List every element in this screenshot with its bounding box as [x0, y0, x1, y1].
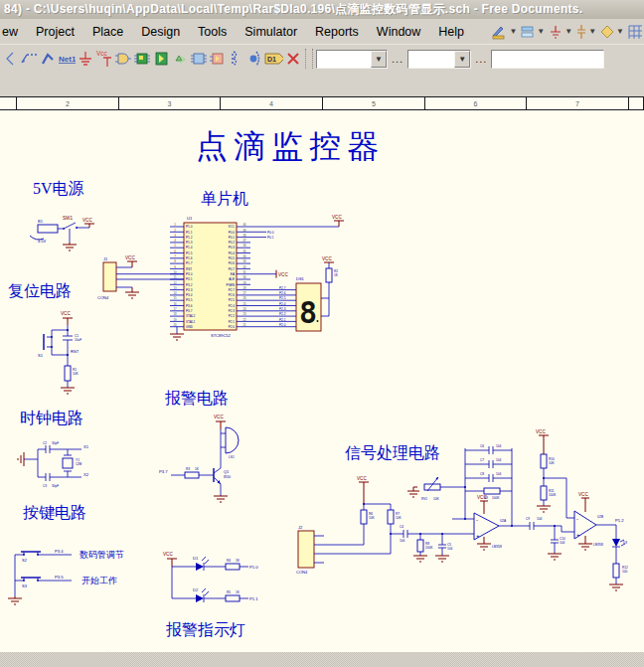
mcu-pin-number: 25 [242, 302, 246, 306]
mcu-pin-label: XTAL1 [186, 320, 196, 324]
svg-text:1K: 1K [195, 467, 200, 471]
menu-item-ew[interactable]: ew [0, 23, 27, 41]
mcu-pin-number: 40 [242, 223, 246, 227]
browse-button-2[interactable]: ... [471, 53, 491, 65]
menu-item-simulator[interactable]: Simulator [236, 23, 306, 41]
mcu-pin-label: P3.0 [186, 272, 193, 276]
key-circuit[interactable]: S2 P3.4 数码管调节 S3 P3.5 开始工作 [8, 549, 124, 604]
svg-text:100: 100 [622, 570, 628, 574]
wiring-tools-dropdown-button[interactable]: ▼ [489, 21, 518, 43]
mcu-pin-number: 24 [242, 307, 246, 311]
mcu-pin-label: P1.0 [186, 225, 193, 229]
mcu-pin-number: 35 [242, 250, 246, 253]
mcu-pin-label: P1.5 [186, 251, 193, 255]
combo-box-1[interactable]: ▼ [316, 50, 388, 69]
mcu-pin-label: GND [186, 325, 194, 329]
svg-text:VCC: VCC [125, 255, 135, 260]
clipped-tool-button[interactable] [0, 49, 19, 69]
place-gate-button[interactable] [113, 49, 132, 69]
mcu-pin-label: P0.1 [229, 236, 236, 240]
section-label-signal[interactable]: 信号处理电路 [345, 444, 440, 461]
mcu-pin-number: 14 [173, 291, 177, 295]
mcu-pin-label: PSEN [227, 283, 235, 287]
svg-text:4.5V: 4.5V [38, 239, 47, 244]
red-x-icon [285, 51, 301, 67]
seven-segment-display[interactable]: P2.7P2.6P2.5P2.4P2.3P2.2P2.1P2.0 DS1 8 R… [250, 256, 339, 331]
section-label-clock[interactable]: 时钟电路 [20, 410, 83, 426]
svg-text:30pF: 30pF [52, 441, 59, 445]
brace-tool-button[interactable] [227, 49, 245, 69]
svg-text:-: - [476, 517, 478, 523]
section-label-reset[interactable]: 复位电路 [8, 282, 72, 299]
combo-box-2[interactable]: ▼ [407, 50, 471, 69]
recycle-tool-button[interactable] [170, 49, 189, 69]
svg-text:100K: 100K [492, 496, 500, 500]
combo-1-arrow[interactable]: ▼ [371, 51, 387, 68]
svg-text:B1: B1 [38, 219, 44, 224]
menu-item-project[interactable]: Project [27, 23, 83, 41]
ruler-cell: 5 [323, 97, 425, 109]
d1-tag-button[interactable]: D1 [264, 49, 283, 69]
mcu-pin-number: 34 [242, 254, 246, 258]
d1-tag-icon: D1 [264, 52, 283, 66]
place-vcc-port-button[interactable]: Vcc [94, 49, 113, 69]
section-label-alarm[interactable]: 报警电路 [165, 390, 229, 407]
mcu-pin-label: P0.4 [229, 251, 236, 255]
alarm-circuit[interactable]: VCC LS1 Q1 8550 R3 1K P3.7 [159, 415, 239, 502]
net-label-icon: Net1 [57, 51, 76, 67]
svg-text:12M: 12M [76, 462, 82, 466]
svg-text:P3.7: P3.7 [159, 469, 168, 474]
menu-item-window[interactable]: Window [368, 23, 429, 41]
ruler-cell: 4 [221, 97, 323, 109]
led-indicator-circuit[interactable]: VCC D1 R4 1K P1.0 D2 R5 1K P1.1 [163, 552, 258, 602]
svg-text:104: 104 [560, 541, 565, 545]
reset-circuit[interactable]: VCC S1 C1 10uF RST R1 10K [38, 311, 81, 394]
svg-text:104: 104 [496, 444, 502, 448]
section-label-power[interactable]: 5V电源 [33, 180, 84, 197]
place-wire-button[interactable] [19, 49, 38, 69]
delete-tool-button[interactable] [283, 49, 302, 69]
svg-text:104: 104 [447, 547, 453, 551]
menu-item-tools[interactable]: Tools [189, 23, 236, 41]
bus-tools-dropdown-button[interactable]: ▼ [519, 21, 546, 43]
dropdown-arrow-icon: ▼ [588, 27, 596, 36]
schematic-sheet[interactable]: 点滴监控器 5V电源 单片机 复位电路 时钟电路 按键电路 报警电路 信号处理电… [0, 110, 644, 652]
menu-item-help[interactable]: Help [429, 23, 473, 41]
place-gnd-port-button[interactable] [76, 49, 94, 69]
vcc-port-icon: Vcc [94, 49, 113, 69]
mcu-pin-number: 11 [174, 275, 177, 279]
grid-button[interactable] [626, 21, 644, 43]
browse-button-1[interactable]: ... [388, 53, 407, 65]
power-circuit[interactable]: B1 4.5V SW1 VCC [30, 216, 94, 250]
part-dropdown-button[interactable]: ▼ [574, 21, 597, 43]
place-bus-button[interactable] [38, 49, 57, 69]
schematic-canvas[interactable]: 点滴监控器 5V电源 单片机 复位电路 时钟电路 按键电路 报警电路 信号处理电… [0, 110, 644, 652]
place-part-button[interactable] [132, 49, 151, 69]
combo-box-3[interactable] [491, 50, 604, 69]
toolbar-grip[interactable] [305, 49, 313, 69]
menu-item-reports[interactable]: Reports [306, 23, 368, 41]
power-connector[interactable]: J1 CON4 VCC [97, 255, 184, 300]
orange-part-button[interactable] [208, 49, 227, 69]
svg-text:D1: D1 [267, 56, 276, 63]
dot-brace-tool-button[interactable] [245, 49, 264, 69]
section-label-led[interactable]: 报警指示灯 [166, 621, 245, 638]
place-part-alt-button[interactable] [151, 49, 170, 69]
mcu-pin-number: 33 [242, 259, 246, 263]
menu-item-design[interactable]: Design [132, 23, 189, 41]
blue-part-button[interactable] [189, 49, 208, 69]
combo-2-arrow[interactable]: ▼ [454, 51, 470, 68]
shape-dropdown-button[interactable]: ▼ [598, 21, 625, 43]
power-port-dropdown-button[interactable]: ▼ [547, 21, 573, 43]
grid-icon [627, 24, 643, 40]
clock-circuit[interactable]: C2 30pF C3 30pF Y1 12M X1 X2 [18, 441, 89, 488]
place-net-label-button[interactable]: Net1 [57, 49, 76, 69]
menu-item-place[interactable]: Place [83, 23, 132, 41]
svg-text:VCC: VCC [357, 476, 367, 481]
mcu-pin-number: 17 [173, 307, 177, 311]
section-label-keys[interactable]: 按键电路 [23, 504, 86, 521]
section-label-mcu[interactable]: 单片机 [201, 190, 248, 207]
schematic-title[interactable]: 点滴监控器 [196, 128, 385, 164]
mcu-pin-number: 19 [173, 318, 177, 322]
mcu-pin-number: 20 [173, 323, 177, 327]
